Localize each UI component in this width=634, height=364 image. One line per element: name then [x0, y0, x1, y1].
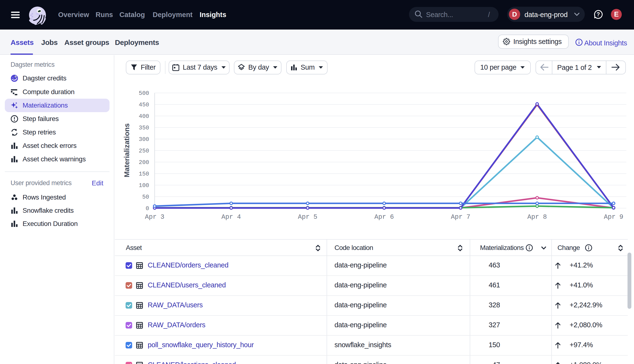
- svg-text:500: 500: [139, 90, 149, 96]
- svg-text:Materializations: Materializations: [123, 123, 131, 177]
- svg-text:Apr 3: Apr 3: [145, 214, 164, 221]
- svg-text:0: 0: [146, 205, 149, 212]
- svg-text:400: 400: [139, 113, 149, 120]
- svg-text:450: 450: [139, 102, 149, 108]
- svg-text:100: 100: [139, 182, 149, 189]
- svg-text:Apr 4: Apr 4: [222, 214, 241, 221]
- svg-text:Apr 8: Apr 8: [527, 214, 547, 221]
- svg-text:350: 350: [139, 124, 149, 131]
- svg-text:200: 200: [139, 159, 149, 166]
- svg-text:Apr 9: Apr 9: [604, 214, 623, 221]
- svg-text:50: 50: [142, 194, 149, 200]
- svg-text:300: 300: [139, 136, 149, 142]
- svg-text:Apr 6: Apr 6: [374, 214, 394, 221]
- svg-text:250: 250: [139, 148, 149, 154]
- svg-text:150: 150: [139, 171, 149, 177]
- svg-text:Apr 5: Apr 5: [298, 214, 317, 221]
- svg-text:Apr 7: Apr 7: [451, 214, 470, 221]
